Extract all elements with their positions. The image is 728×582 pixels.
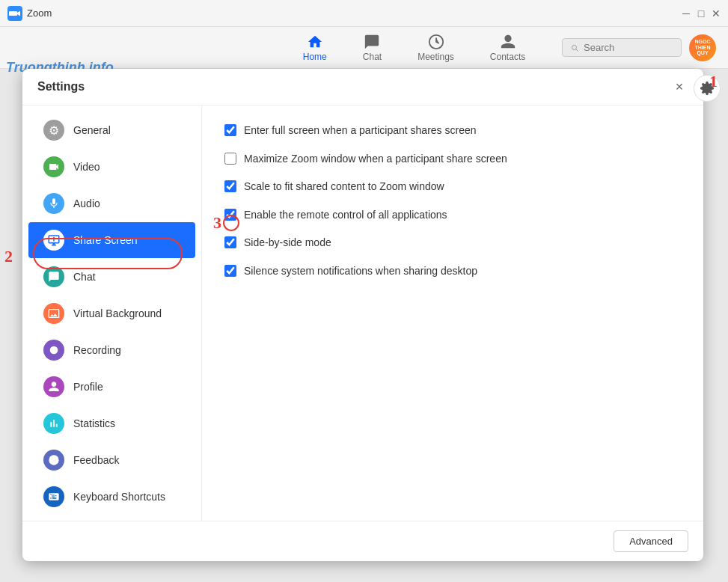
sidebar-item-general[interactable]: ⚙ General	[28, 112, 195, 148]
sidebar-item-feedback[interactable]: Feedback	[28, 442, 195, 478]
sidebar-item-profile[interactable]: Profile	[28, 369, 195, 405]
settings-content: Enter full screen when a participant sha…	[202, 105, 703, 521]
svg-point-2	[50, 346, 58, 355]
side-by-side-checkbox[interactable]	[224, 236, 236, 248]
general-icon: ⚙	[43, 120, 64, 141]
fullscreen-label: Enter full screen when a participant sha…	[244, 123, 477, 138]
modal-header: Settings ×	[22, 69, 703, 105]
silence-label: Silence system notifications when sharin…	[244, 264, 477, 279]
nav-tabs: Home Chat Meetings Contacts	[285, 29, 543, 67]
modal-close-button[interactable]: ×	[670, 78, 688, 96]
virtual-background-icon	[43, 303, 64, 324]
checkbox-row-silence: Silence system notifications when sharin…	[224, 264, 681, 279]
recording-icon	[43, 340, 64, 361]
zoom-logo-icon	[7, 6, 22, 21]
close-button[interactable]: ✕	[712, 9, 721, 18]
app-title: Zoom	[27, 7, 52, 19]
audio-icon	[43, 193, 64, 214]
sidebar-item-recording[interactable]: Recording	[28, 332, 195, 368]
sidebar-item-keyboard-shortcuts[interactable]: Keyboard Shortcuts	[28, 479, 195, 515]
fullscreen-checkbox[interactable]	[224, 124, 236, 136]
modal-footer: Advanced	[22, 521, 703, 561]
search-box[interactable]	[562, 38, 682, 57]
checkbox-row-scale: Scale to fit shared content to Zoom wind…	[224, 180, 681, 194]
checkbox-row-maximize: Maximize Zoom window when a participant …	[224, 152, 681, 167]
svg-point-3	[49, 455, 58, 465]
tab-chat[interactable]: Chat	[345, 29, 400, 67]
sidebar-item-share-screen[interactable]: Share Screen	[28, 222, 195, 258]
tab-contacts[interactable]: Contacts	[472, 29, 543, 67]
modal-body: ⚙ General Video Audio Share Screen	[22, 105, 703, 521]
modal-title: Settings	[37, 80, 85, 94]
chat-icon	[43, 266, 64, 287]
tab-meetings[interactable]: Meetings	[400, 29, 472, 67]
search-icon	[570, 43, 579, 53]
checkbox-row-remote-control: Enable the remote control of all applica…	[224, 208, 681, 223]
checkbox-row-fullscreen: Enter full screen when a participant sha…	[224, 123, 681, 138]
maximize-label: Maximize Zoom window when a participant …	[244, 152, 507, 167]
sidebar-item-statistics[interactable]: Statistics	[28, 405, 195, 441]
scale-checkbox[interactable]	[224, 180, 236, 192]
tab-home[interactable]: Home	[285, 29, 345, 67]
annotation-2: 2	[4, 247, 13, 266]
maximize-button[interactable]: □	[697, 9, 706, 18]
nav-right: NGOCTHIENQUY	[562, 34, 716, 61]
silence-checkbox[interactable]	[224, 265, 236, 277]
annotation-1: 1	[709, 72, 718, 91]
share-screen-icon	[43, 230, 64, 251]
search-input[interactable]	[584, 42, 673, 53]
remote-control-checkbox[interactable]	[224, 209, 236, 221]
feedback-icon	[43, 450, 64, 471]
sidebar-item-accessibility[interactable]: Accessibility	[28, 515, 195, 521]
video-icon	[43, 156, 64, 177]
checkbox-row-side-by-side: Side-by-side mode	[224, 236, 681, 251]
annotation-3: 3	[213, 213, 221, 233]
titlebar: Zoom ─ □ ✕	[0, 0, 728, 27]
maximize-checkbox[interactable]	[224, 153, 236, 165]
profile-icon	[43, 376, 64, 397]
sidebar-item-virtual-background[interactable]: Virtual Background	[28, 295, 195, 331]
titlebar-logo: Zoom	[7, 6, 52, 21]
statistics-icon	[43, 413, 64, 434]
settings-modal: Settings × ⚙ General Video Audio	[22, 69, 703, 561]
avatar[interactable]: NGOCTHIENQUY	[689, 34, 716, 61]
settings-sidebar: ⚙ General Video Audio Share Screen	[22, 105, 202, 521]
remote-control-label: Enable the remote control of all applica…	[244, 208, 447, 223]
sidebar-item-audio[interactable]: Audio	[28, 186, 195, 221]
minimize-button[interactable]: ─	[682, 9, 691, 18]
scale-label: Scale to fit shared content to Zoom wind…	[244, 180, 444, 194]
sidebar-item-video[interactable]: Video	[28, 149, 195, 185]
side-by-side-label: Side-by-side mode	[244, 236, 331, 251]
advanced-button[interactable]: Advanced	[614, 530, 688, 552]
sidebar-item-chat[interactable]: Chat	[28, 259, 195, 295]
keyboard-shortcuts-icon	[43, 486, 64, 507]
window-controls: ─ □ ✕	[682, 9, 721, 18]
